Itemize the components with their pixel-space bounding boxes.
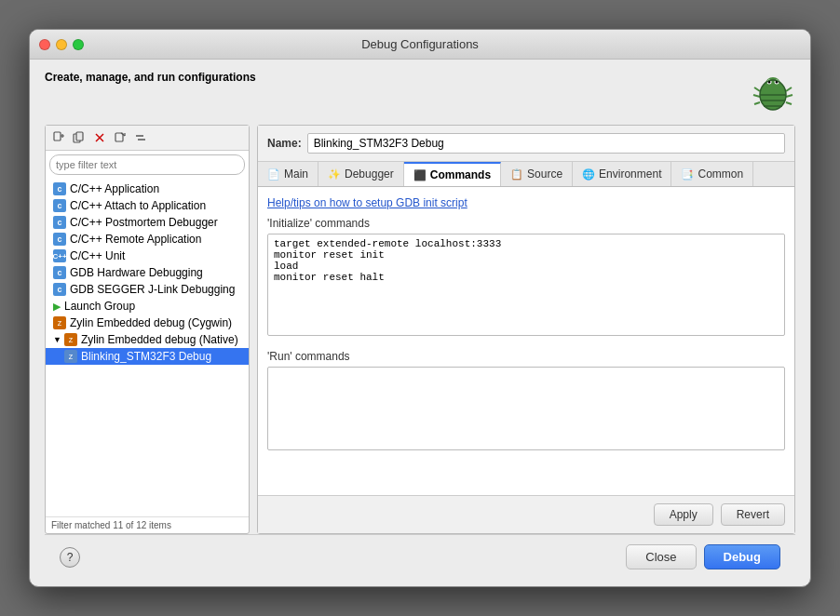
- tree-list: c C/C++ Application c C/C++ Attach to Ap…: [46, 179, 249, 516]
- filter-input[interactable]: [49, 154, 245, 175]
- tab-source[interactable]: 📋 Source: [501, 162, 573, 186]
- launch-icon: ▶: [53, 301, 61, 313]
- c-icon: c: [53, 233, 66, 246]
- new-config-button[interactable]: [49, 128, 68, 147]
- main-tab-icon: 📄: [267, 168, 280, 181]
- commands-tab-content: Help/tips on how to setup GDB init scrip…: [258, 187, 794, 495]
- commands-tab-icon: ⬛: [413, 169, 427, 181]
- close-traffic-light[interactable]: [39, 39, 50, 50]
- header-row: Create, manage, and run configurations: [45, 71, 795, 115]
- svg-line-8: [754, 102, 760, 104]
- apply-button[interactable]: Apply: [654, 503, 713, 526]
- tree-item-label: C/C++ Attach to Application: [70, 199, 206, 212]
- name-row: Name:: [258, 126, 794, 162]
- right-panel: Name: 📄 Main ✨ Debugger ⬛ Command: [257, 125, 795, 534]
- copy-config-button[interactable]: [70, 128, 88, 147]
- help-button[interactable]: ?: [60, 547, 80, 568]
- tree-item-launch-group[interactable]: ▶ Launch Group: [46, 298, 249, 315]
- tree-item-label: C/C++ Unit: [70, 249, 125, 262]
- tab-commands[interactable]: ⬛ Commands: [404, 162, 501, 186]
- debugger-tab-icon: ✨: [328, 168, 341, 181]
- tree-item-label: Blinking_STM32F3 Debug: [81, 350, 211, 363]
- tree-item-label: GDB Hardware Debugging: [70, 266, 203, 279]
- bug-icon: [751, 71, 795, 115]
- help-link[interactable]: Help/tips on how to setup GDB init scrip…: [267, 196, 467, 209]
- svg-rect-20: [76, 132, 83, 141]
- c-icon: c: [53, 266, 66, 279]
- revert-button[interactable]: Revert: [721, 503, 785, 526]
- run-commands-textarea[interactable]: [267, 367, 785, 450]
- tree-item-label: C/C++ Postmortem Debugger: [70, 216, 218, 229]
- svg-line-9: [786, 87, 792, 91]
- tab-commands-label: Commands: [430, 168, 491, 181]
- bottom-buttons: Close Debug: [626, 544, 780, 569]
- subtitle: Create, manage, and run configurations: [45, 71, 256, 84]
- svg-line-10: [786, 95, 793, 97]
- tree-item-label: Zylin Embedded debug (Cygwin): [70, 316, 232, 329]
- minimize-traffic-light[interactable]: [56, 39, 67, 50]
- tab-source-label: Source: [527, 167, 562, 181]
- tree-item-label: Launch Group: [64, 300, 135, 313]
- tree-item-label: Zylin Embedded debug (Native): [81, 333, 238, 346]
- tree-item-cpp-unit[interactable]: C++ C/C++ Unit: [46, 248, 249, 264]
- c-icon: c: [53, 216, 66, 229]
- zylin-icon: z: [64, 350, 77, 363]
- tree-item-zylin-cygwin[interactable]: z Zylin Embedded debug (Cygwin): [46, 315, 249, 331]
- environment-tab-icon: 🌐: [582, 168, 595, 181]
- export-config-button[interactable]: [111, 128, 129, 147]
- c-icon: c: [53, 283, 66, 296]
- zylin-icon: z: [64, 333, 77, 346]
- traffic-lights: [39, 39, 84, 50]
- tree-item-label: GDB SEGGER J-Link Debugging: [70, 283, 235, 296]
- window-title: Debug Configurations: [361, 37, 479, 51]
- tree-item-cpp-postmortem[interactable]: c C/C++ Postmortem Debugger: [46, 214, 249, 231]
- expand-triangle: ▼: [53, 335, 61, 344]
- svg-point-1: [765, 77, 780, 90]
- tab-environment[interactable]: 🌐 Environment: [573, 162, 671, 186]
- tab-main-label: Main: [284, 167, 308, 181]
- tree-item-blinking-debug[interactable]: z Blinking_STM32F3 Debug: [46, 348, 249, 365]
- source-tab-icon: 📋: [510, 168, 523, 181]
- zylin-icon: z: [53, 316, 66, 329]
- svg-line-11: [786, 102, 792, 104]
- svg-line-7: [753, 95, 760, 97]
- titlebar: Debug Configurations: [30, 30, 810, 60]
- cpp-icon: C++: [53, 249, 66, 262]
- tab-main[interactable]: 📄 Main: [258, 162, 318, 186]
- svg-line-6: [754, 87, 760, 91]
- debug-configurations-window: Debug Configurations Create, manage, and…: [29, 29, 811, 587]
- sidebar-toolbar: [46, 126, 249, 151]
- tab-debugger[interactable]: ✨ Debugger: [318, 162, 404, 186]
- name-label: Name:: [267, 137, 302, 150]
- tree-item-cpp-app[interactable]: c C/C++ Application: [46, 181, 249, 197]
- tab-debugger-label: Debugger: [345, 167, 394, 181]
- more-options-button[interactable]: [131, 128, 150, 147]
- debug-button[interactable]: Debug: [704, 544, 780, 569]
- tree-item-gdb-hardware[interactable]: c GDB Hardware Debugging: [46, 264, 249, 281]
- run-commands-label: 'Run' commands: [267, 350, 785, 363]
- maximize-traffic-light[interactable]: [73, 39, 84, 50]
- close-button[interactable]: Close: [626, 544, 696, 569]
- svg-rect-16: [54, 132, 61, 141]
- tree-item-gdb-segger[interactable]: c GDB SEGGER J-Link Debugging: [46, 281, 249, 298]
- tree-item-cpp-remote[interactable]: c C/C++ Remote Application: [46, 231, 249, 248]
- name-input[interactable]: [307, 133, 785, 154]
- delete-config-button[interactable]: [90, 128, 109, 147]
- sidebar: c C/C++ Application c C/C++ Attach to Ap…: [45, 125, 250, 534]
- init-commands-textarea[interactable]: target extended-remote localhost:3333 mo…: [267, 234, 785, 336]
- tabs-bar: 📄 Main ✨ Debugger ⬛ Commands 📋 Source: [258, 162, 794, 187]
- tree-item-cpp-attach[interactable]: c C/C++ Attach to Application: [46, 197, 249, 214]
- tab-environment-label: Environment: [599, 167, 661, 181]
- tree-item-label: C/C++ Remote Application: [70, 233, 201, 246]
- filter-status: Filter matched 11 of 12 items: [46, 516, 249, 533]
- bottom-bar: ? Close Debug: [45, 534, 795, 579]
- tree-item-zylin-native[interactable]: ▼ z Zylin Embedded debug (Native): [46, 331, 249, 348]
- content-area: Create, manage, and run configurations: [30, 60, 810, 586]
- c-icon: c: [53, 199, 66, 212]
- tab-common[interactable]: 📑 Common: [671, 162, 753, 186]
- main-layout: c C/C++ Application c C/C++ Attach to Ap…: [45, 125, 795, 534]
- init-commands-label: 'Initialize' commands: [267, 217, 785, 230]
- c-icon: c: [53, 182, 66, 195]
- action-row: Apply Revert: [258, 495, 794, 533]
- common-tab-icon: 📑: [681, 168, 694, 181]
